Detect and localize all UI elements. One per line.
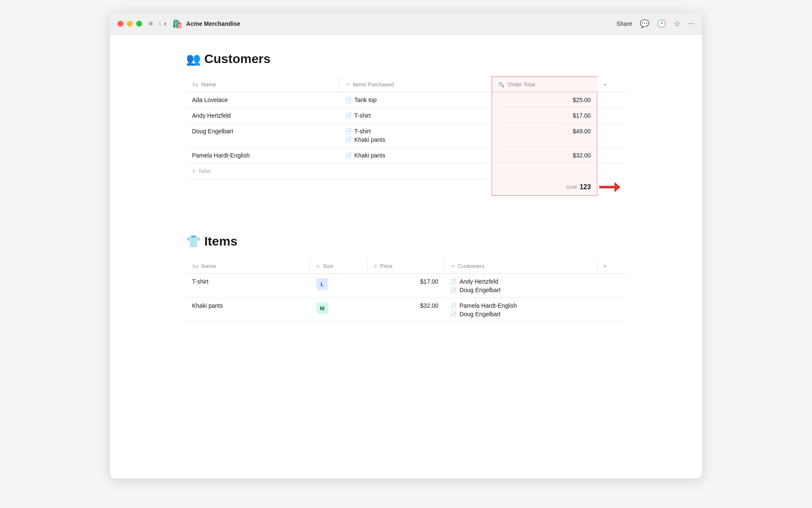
col-header-name[interactable]: Aa Name [186, 259, 310, 274]
table-row: T-shirt L $17.00 📄 Andy Hertzfeld 📄 Doug… [186, 274, 626, 298]
text-icon: Aa [192, 82, 198, 88]
col-size-label: Size [323, 263, 333, 269]
col-header-customers[interactable]: ↗ Customers [444, 259, 597, 274]
item-size[interactable]: M [310, 298, 368, 322]
new-label: New [199, 168, 211, 174]
maximize-button[interactable] [136, 21, 142, 27]
customer-items[interactable]: 📄 T-shirt 📄 Khaki pants [339, 124, 492, 148]
item-link[interactable]: 📄 Khaki pants [345, 136, 486, 143]
customer-items[interactable]: 📄 T-shirt [339, 108, 492, 124]
customer-link[interactable]: 📄 Andy Hertzfeld [450, 278, 591, 285]
search-icon: 🔍 [498, 82, 505, 88]
rollup-icon: ↗ [345, 82, 349, 88]
comment-icon[interactable]: 💬 [640, 19, 649, 28]
col-header-add[interactable]: + [597, 259, 626, 274]
add-cell [597, 108, 626, 124]
doc-icon: 📄 [345, 137, 352, 143]
col-header-price[interactable]: # Price [368, 259, 444, 274]
new-order-cell [492, 163, 597, 179]
items-title: Items [204, 234, 237, 248]
sum-label: SUM [566, 185, 577, 190]
col-items-label: Items Purchased [353, 81, 394, 88]
share-button[interactable]: Share [617, 20, 632, 27]
customer-name: Doug Engelbart [459, 287, 500, 293]
order-total[interactable]: $49.00 [492, 124, 597, 148]
customer-name[interactable]: Pamela Hardt-English [186, 148, 339, 163]
minimize-button[interactable] [127, 21, 133, 27]
customers-section-header: 👥 Customers [186, 52, 626, 66]
item-link[interactable]: 📄 T-shirt [345, 112, 486, 119]
item-name[interactable]: Khaki pants [186, 298, 310, 322]
table-row: Khaki pants M $32.00 📄 Pamela Hardt-Engl… [186, 298, 626, 322]
more-icon[interactable]: ··· [688, 19, 694, 28]
main-content: 👥 Customers Aa Name ↗ Items Purchased 🔍 [110, 35, 702, 356]
item-name: Tank top [354, 97, 377, 103]
item-price[interactable]: $17.00 [368, 274, 444, 298]
doc-icon: 📄 [345, 97, 352, 103]
forward-arrow[interactable]: › [164, 19, 166, 28]
new-row[interactable]: + New [186, 163, 626, 179]
item-name[interactable]: T-shirt [186, 274, 310, 298]
new-row-label[interactable]: + New [186, 163, 492, 179]
doc-icon: 📄 [450, 279, 457, 285]
customer-name[interactable]: Doug Engelbart [186, 124, 339, 148]
item-name: Khaki pants [354, 136, 385, 143]
items-table: Aa Name ≡ Size # Price ↗ Customers [186, 259, 626, 322]
customer-name: Pamela Hardt-English [459, 302, 517, 309]
item-customers[interactable]: 📄 Pamela Hardt-English 📄 Doug Engelbart [444, 298, 597, 322]
app-icon: 🛍️ [172, 19, 183, 29]
col-order-label: Order Total [508, 81, 535, 88]
col-header-items[interactable]: ↗ Items Purchased [339, 77, 492, 92]
col-header-size[interactable]: ≡ Size [310, 259, 368, 274]
item-link[interactable]: 📄 Tank top [345, 97, 486, 103]
list-icon: ≡ [316, 263, 319, 269]
item-name: T-shirt [354, 112, 371, 119]
close-button[interactable] [118, 21, 123, 27]
menu-icon[interactable]: ≡ [149, 20, 153, 28]
order-total[interactable]: $17.00 [492, 108, 597, 124]
back-arrow[interactable]: ‹ [159, 19, 161, 28]
col-name-label: Name [201, 263, 216, 269]
sum-value: 123 [579, 183, 591, 191]
customer-link[interactable]: 📄 Doug Engelbart [450, 287, 591, 293]
item-link[interactable]: 📄 Khaki pants [345, 152, 486, 159]
add-cell [597, 92, 626, 108]
app-title: Acme Merchandise [186, 20, 240, 27]
customer-name[interactable]: Andy Hertzfeld [186, 108, 339, 124]
doc-icon: 📄 [450, 311, 457, 318]
order-amount: $17.00 [573, 112, 591, 119]
col-header-order[interactable]: 🔍 Order Total [492, 77, 597, 92]
customers-table: Aa Name ↗ Items Purchased 🔍 Order Total … [186, 76, 626, 196]
star-icon[interactable]: ☆ [674, 19, 680, 28]
customer-name[interactable]: Ada Lovelace [186, 92, 339, 108]
order-total[interactable]: $25.00 [492, 92, 597, 108]
app-title-area: 🛍️ Acme Merchandise [172, 19, 240, 29]
sum-row: SUM 123 [186, 179, 626, 196]
item-size[interactable]: L [310, 274, 368, 298]
col-customers-label: Customers [458, 263, 485, 269]
order-total[interactable]: $32.00 [492, 148, 597, 163]
customer-link[interactable]: 📄 Pamela Hardt-English [450, 302, 591, 309]
item-price[interactable]: $32.00 [368, 298, 444, 322]
item-customers[interactable]: 📄 Andy Hertzfeld 📄 Doug Engelbart [444, 274, 597, 298]
col-header-name[interactable]: Aa Name [186, 77, 339, 92]
table-row: Pamela Hardt-English 📄 Khaki pants $32.0… [186, 148, 626, 163]
sum-cell: SUM 123 [492, 179, 597, 196]
customer-name: Doug Engelbart [459, 311, 500, 318]
add-cell [597, 148, 626, 163]
history-icon[interactable]: 🕐 [657, 19, 666, 28]
customer-link[interactable]: 📄 Doug Engelbart [450, 311, 591, 318]
item-link[interactable]: 📄 T-shirt [345, 128, 486, 135]
col-header-add[interactable]: + [597, 77, 626, 92]
items-icon: 👕 [186, 235, 201, 248]
svg-marker-1 [614, 182, 620, 192]
order-amount: $25.00 [573, 97, 591, 103]
col-price-label: Price [380, 263, 392, 269]
doc-icon: 📄 [450, 303, 457, 309]
customer-items[interactable]: 📄 Tank top [339, 92, 492, 108]
traffic-lights [118, 21, 142, 27]
sum-label-cell [186, 179, 492, 196]
items-table-header: Aa Name ≡ Size # Price ↗ Customers [186, 259, 626, 274]
nav-arrows: ‹ › [159, 19, 166, 28]
customer-items[interactable]: 📄 Khaki pants [339, 148, 492, 163]
